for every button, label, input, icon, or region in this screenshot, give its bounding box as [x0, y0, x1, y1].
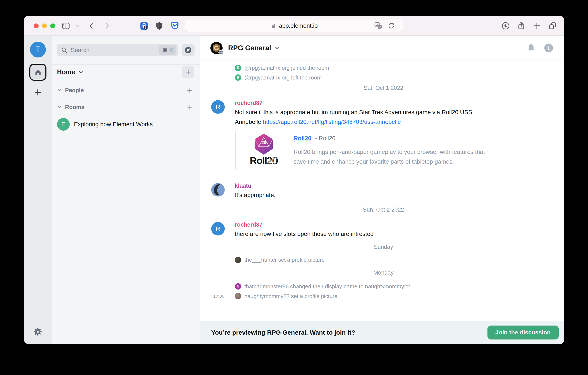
sender-name[interactable]: rocherd87: [235, 99, 564, 107]
join-discussion-button[interactable]: Join the discussion: [487, 326, 559, 340]
room-header: G RPG General i: [200, 36, 564, 60]
downloads-button[interactable]: [501, 21, 511, 31]
space-rail: T: [24, 36, 52, 344]
add-room-button[interactable]: [187, 104, 193, 110]
user-avatar[interactable]: T: [30, 42, 46, 57]
event-text: thatbadmonster86 changed their display n…: [244, 283, 410, 290]
search-box[interactable]: ⌘ K: [57, 44, 178, 56]
preview-bar-text: You’re previewing RPG General. Want to j…: [211, 329, 355, 336]
member-avatar: N: [235, 283, 241, 290]
preview-title: Roll20 - Roll20: [294, 133, 493, 143]
reload-icon[interactable]: [387, 20, 395, 32]
public-room-globe-icon: [218, 50, 223, 55]
sidebar-chevron-down-icon[interactable]: [74, 21, 80, 31]
room-header-avatar[interactable]: G: [210, 42, 223, 54]
date-text: Monday: [373, 270, 393, 276]
message-body: there are now five slots open those who …: [235, 229, 564, 239]
room-info-icon[interactable]: i: [544, 44, 553, 52]
room-avatar: E: [57, 118, 70, 131]
member-avatar: [235, 293, 241, 299]
roll20-wordmark: Roll20: [250, 155, 278, 166]
event-timestamp: 17:06: [212, 294, 224, 299]
settings-button[interactable]: [33, 327, 43, 337]
back-button[interactable]: [87, 21, 97, 31]
message-group[interactable]: R rocherd87 Not sure if this is appropri…: [200, 99, 564, 127]
sender-avatar[interactable]: R: [211, 100, 225, 114]
collapse-chevron-icon[interactable]: [57, 88, 62, 93]
home-icon: [34, 68, 42, 77]
preview-description: Roll20 brings pen-and-paper gameplay to …: [294, 147, 493, 166]
search-icon: [61, 47, 67, 53]
d20-die-icon: 20: [253, 133, 275, 155]
sender-name[interactable]: rocherd87: [235, 220, 564, 229]
event-text: the___hunter set a profile picture: [244, 257, 325, 263]
translate-icon[interactable]: A: [374, 20, 383, 32]
room-list-panel: ⌘ K Home People: [52, 36, 200, 344]
message-body: Not sure if this is appropriate but im r…: [235, 107, 564, 127]
close-window-button[interactable]: [34, 23, 39, 28]
room-title-chevron-down-icon[interactable]: [274, 45, 280, 51]
section-people-label: People: [65, 87, 84, 94]
rail-divider: [31, 60, 46, 60]
password-manager-extension-icon[interactable]: [139, 21, 149, 31]
notifications-bell-icon[interactable]: [526, 43, 536, 53]
search-input[interactable]: [71, 47, 159, 54]
forward-button[interactable]: [102, 21, 112, 31]
space-chevron-down-icon[interactable]: [78, 69, 84, 75]
new-tab-button[interactable]: [532, 21, 542, 31]
url-preview-card[interactable]: 20 Roll20 Roll20 - Roll20 Roll20 brings …: [235, 132, 564, 169]
zoom-window-button[interactable]: [50, 23, 55, 28]
home-space-button[interactable]: [29, 64, 46, 81]
lock-icon: [271, 23, 277, 29]
room-title[interactable]: RPG General: [228, 44, 271, 52]
event-text: @rpgya:matrix.org joined the room: [244, 65, 329, 71]
klaatu-avatar-art: [211, 183, 225, 197]
message-body: It’s appropriate.: [235, 190, 564, 200]
message-timeline[interactable]: R @rpgya:matrix.org joined the room R @r…: [200, 60, 564, 321]
timeline-event[interactable]: the___hunter set a profile picture: [200, 255, 564, 265]
add-people-button[interactable]: [187, 87, 193, 94]
preview-title-link[interactable]: Roll20: [294, 135, 311, 141]
section-rooms[interactable]: Rooms: [52, 102, 200, 112]
sender-avatar[interactable]: R: [211, 222, 225, 235]
add-button[interactable]: [182, 66, 194, 78]
sender-name[interactable]: klaatu: [235, 181, 564, 190]
message-group[interactable]: R rocherd87 there are now five slots ope…: [200, 220, 564, 239]
date-separator: Sunday: [200, 242, 564, 252]
date-separator: Monday: [200, 267, 564, 278]
create-space-button[interactable]: [33, 87, 43, 98]
room-list-item[interactable]: E Exploring how Element Works: [52, 118, 200, 131]
tab-overview-button[interactable]: [547, 21, 557, 31]
message-group[interactable]: klaatu It’s appropriate.: [200, 181, 564, 200]
gear-icon: [33, 327, 43, 337]
timeline-event[interactable]: N thatbadmonster86 changed their display…: [200, 282, 564, 291]
share-button[interactable]: [516, 21, 526, 31]
collapse-chevron-icon[interactable]: [57, 105, 62, 110]
explore-rooms-button[interactable]: [182, 44, 195, 56]
timeline-event[interactable]: R @rpgya:matrix.org left the room: [200, 73, 564, 82]
app-content: T: [24, 36, 564, 344]
address-bar[interactable]: app.element.io A: [185, 20, 403, 32]
minimize-window-button[interactable]: [42, 23, 47, 28]
browser-toolbar: app.element.io A: [24, 16, 564, 36]
member-avatar: R: [235, 65, 241, 71]
space-header[interactable]: Home: [52, 65, 200, 79]
section-people[interactable]: People: [52, 85, 200, 96]
timeline-event[interactable]: R @rpgya:matrix.org joined the room: [200, 63, 564, 73]
panel-divider: [52, 65, 200, 65]
url-text: app.element.io: [279, 22, 318, 29]
shield-extension-icon[interactable]: [154, 21, 164, 31]
chat-main: G RPG General i R: [200, 36, 564, 344]
event-text: naughtymommy22 set a profile picture: [244, 293, 337, 299]
date-separator: Sat, Oct 1 2022: [200, 82, 564, 93]
preview-site-name: - Roll20: [315, 135, 336, 141]
date-text: Sunday: [374, 244, 393, 250]
sender-avatar[interactable]: [211, 183, 225, 197]
timeline-event[interactable]: 17:06 naughtymommy22 set a profile pictu…: [200, 291, 564, 301]
message-text: Annebelle: [235, 119, 263, 125]
pocket-extension-icon[interactable]: [170, 21, 180, 31]
message-link[interactable]: https://app.roll20.net/lfg/listing/34870…: [263, 119, 401, 125]
browser-window: app.element.io A T: [24, 16, 564, 344]
member-avatar: R: [235, 74, 241, 81]
sidebar-toggle-icon[interactable]: [61, 21, 71, 31]
